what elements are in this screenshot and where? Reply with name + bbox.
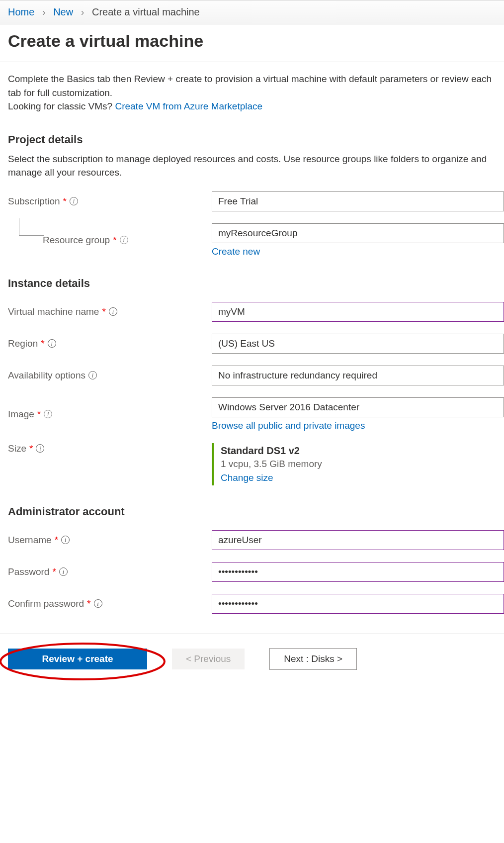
vm-name-label: Virtual machine name (8, 306, 99, 317)
chevron-right-icon: › (81, 6, 84, 17)
required-indicator: * (55, 535, 58, 546)
info-icon[interactable]: i (59, 567, 68, 576)
availability-label: Availability options (8, 370, 85, 381)
subscription-select[interactable]: Free Trial (212, 191, 504, 211)
resource-group-label: Resource group (43, 235, 110, 246)
vm-name-input[interactable] (212, 302, 504, 322)
instance-details-heading: Instance details (8, 277, 504, 290)
required-indicator: * (29, 443, 33, 454)
previous-button[interactable]: < Previous (172, 649, 245, 669)
breadcrumb-current: Create a virtual machine (92, 6, 200, 17)
resource-group-select[interactable]: myResourceGroup (212, 223, 504, 243)
row-region: Region * i (US) East US (8, 334, 504, 354)
row-password: Password * i (8, 562, 504, 582)
required-indicator: * (113, 235, 116, 246)
row-vm-name: Virtual machine name * i (8, 302, 504, 322)
row-resource-group: Resource group * i myResourceGroup Creat… (8, 223, 504, 257)
size-name: Standard DS1 v2 (221, 445, 504, 457)
intro-line2-prefix: Looking for classic VMs? (8, 101, 115, 111)
region-label: Region (8, 338, 38, 349)
availability-select[interactable]: No infrastructure redundancy required (212, 366, 504, 385)
required-indicator: * (52, 566, 56, 577)
change-size-link[interactable]: Change size (221, 472, 273, 483)
required-indicator: * (37, 409, 41, 420)
row-availability: Availability options i No infrastructure… (8, 366, 504, 385)
size-label: Size (8, 443, 26, 454)
info-icon[interactable]: i (48, 339, 56, 348)
info-icon[interactable]: i (70, 197, 78, 205)
info-icon[interactable]: i (61, 536, 70, 544)
breadcrumb: Home › New › Create a virtual machine (0, 0, 504, 24)
row-size: Size * i Standard DS1 v2 1 vcpu, 3.5 GiB… (8, 443, 504, 485)
create-vm-marketplace-link[interactable]: Create VM from Azure Marketplace (115, 101, 262, 111)
required-indicator: * (87, 598, 90, 609)
breadcrumb-home[interactable]: Home (8, 6, 34, 17)
info-icon[interactable]: i (109, 307, 117, 316)
username-input[interactable] (212, 530, 504, 550)
row-username: Username * i (8, 530, 504, 550)
chevron-right-icon: › (42, 6, 46, 17)
size-summary: Standard DS1 v2 1 vcpu, 3.5 GiB memory C… (212, 443, 504, 485)
page-title: Create a virtual machine (8, 31, 496, 51)
project-details-heading: Project details (8, 133, 504, 146)
intro-line1: Complete the Basics tab then Review + cr… (8, 74, 492, 98)
row-confirm-password: Confirm password * i (8, 594, 504, 614)
create-new-resource-group-link[interactable]: Create new (212, 246, 260, 257)
required-indicator: * (63, 196, 67, 207)
wizard-footer: Review + create < Previous Next : Disks … (0, 634, 504, 690)
region-select[interactable]: (US) East US (212, 334, 504, 354)
info-icon[interactable]: i (36, 444, 44, 453)
tree-connector-icon (19, 218, 44, 236)
review-create-button[interactable]: Review + create (8, 649, 147, 669)
password-label: Password (8, 566, 49, 577)
breadcrumb-new[interactable]: New (53, 6, 73, 17)
confirm-password-label: Confirm password (8, 598, 84, 609)
size-description: 1 vcpu, 3.5 GiB memory (221, 459, 504, 469)
username-label: Username (8, 535, 52, 546)
browse-images-link[interactable]: Browse all public and private images (212, 420, 365, 431)
intro-text: Complete the Basics tab then Review + cr… (8, 72, 504, 113)
subscription-label: Subscription (8, 196, 60, 207)
row-image: Image * i Windows Server 2016 Datacenter… (8, 397, 504, 431)
image-select[interactable]: Windows Server 2016 Datacenter (212, 397, 504, 417)
required-indicator: * (41, 338, 44, 349)
info-icon[interactable]: i (94, 599, 102, 608)
info-icon[interactable]: i (44, 410, 52, 418)
next-disks-button[interactable]: Next : Disks > (269, 648, 357, 670)
page-title-block: Create a virtual machine (0, 24, 504, 62)
password-input[interactable] (212, 562, 504, 582)
project-details-subtext: Select the subscription to manage deploy… (8, 152, 504, 180)
required-indicator: * (102, 306, 105, 317)
confirm-password-input[interactable] (212, 594, 504, 614)
row-subscription: Subscription * i Free Trial (8, 191, 504, 211)
info-icon[interactable]: i (88, 371, 97, 379)
admin-account-heading: Administrator account (8, 505, 504, 518)
image-label: Image (8, 409, 34, 420)
info-icon[interactable]: i (120, 236, 128, 244)
